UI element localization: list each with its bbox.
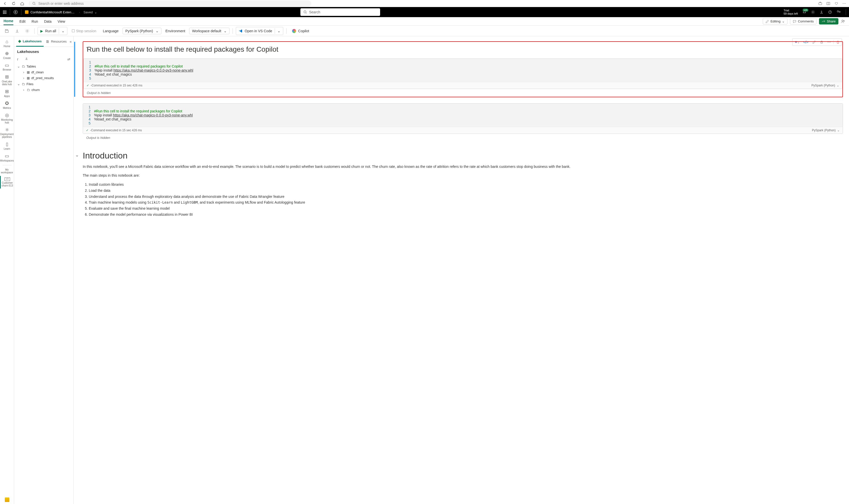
rail-metrics[interactable]: ✪Metrics [0, 100, 14, 111]
collapse-cell-icon[interactable]: ⌄ [85, 44, 89, 49]
settings-icon[interactable] [811, 10, 815, 14]
rail-browse[interactable]: ▭Browse [0, 61, 14, 73]
copilot-button[interactable]: Copilot [290, 29, 312, 33]
table-icon: ▦ [27, 76, 30, 80]
svg-text:?: ? [829, 11, 831, 13]
play-icon: ▶ [40, 29, 43, 33]
global-search[interactable]: Search [300, 8, 380, 16]
svg-point-0 [33, 2, 35, 4]
breadcrumb[interactable]: Confidential\Microsoft Extend… [25, 10, 75, 14]
tab-home[interactable]: Home [3, 17, 13, 25]
svg-point-8 [837, 11, 839, 12]
output-hidden[interactable]: Output is hidden [83, 89, 843, 97]
extension-icon[interactable] [818, 1, 822, 5]
save-icon[interactable] [2, 28, 11, 35]
split-icon[interactable] [826, 1, 830, 5]
svg-point-10 [842, 20, 843, 21]
tab-edit[interactable]: Edit [19, 18, 25, 25]
notifications-icon[interactable]: 125 [802, 10, 807, 14]
download-icon[interactable] [819, 10, 824, 14]
chevron-down-icon: ⌄ [94, 10, 97, 14]
rail-monitoring[interactable]: ◎Monitoring hub [0, 111, 14, 126]
browser-search[interactable]: Search or enter web address [29, 0, 311, 6]
help-icon[interactable]: ? [828, 10, 832, 14]
rail-my-workspace[interactable]: My workspace [0, 167, 14, 175]
rail-create[interactable]: ⊕Create [0, 50, 14, 61]
explorer-tab-lakehouses[interactable]: ◈ Lakehouses [16, 36, 44, 47]
intro-p2: The main steps in this notebook are: [83, 173, 838, 178]
folder-icon: 🗀 [27, 88, 30, 92]
workspace-icon[interactable]: C [14, 10, 18, 14]
shield-icon [25, 10, 29, 14]
filter-text[interactable]: r [17, 57, 22, 61]
editing-mode-button[interactable]: Editing ⌄ [763, 18, 788, 24]
lakehouse-icon: ◈ [18, 39, 21, 43]
powerbi-icon[interactable] [5, 498, 9, 502]
tab-view[interactable]: View [57, 18, 65, 25]
browser-refresh[interactable] [12, 1, 16, 5]
rail-onelake[interactable]: ⊞OneLake data hub [0, 73, 14, 87]
collapse-cell-icon[interactable]: ⌄ [75, 152, 79, 158]
chevron-down-icon[interactable]: ⌄ [62, 29, 65, 33]
browser-back[interactable] [3, 1, 7, 5]
tab-run[interactable]: Run [32, 18, 38, 25]
tree-table-dfpred[interactable]: ▦ df_pred_results [15, 75, 72, 81]
stop-session-button[interactable]: Stop session [69, 29, 99, 33]
intro-steps: Install custom libraries Load the data U… [83, 182, 838, 218]
intro-title: Introduction [83, 151, 838, 161]
trial-status: Trial: 59 days left [784, 9, 798, 15]
chevron-down-icon[interactable]: ⌄ [277, 29, 280, 33]
language-label: Language [101, 29, 121, 33]
comments-button[interactable]: Comments [790, 18, 816, 24]
open-vscode-button[interactable]: Open in VS Code ⌄ [236, 27, 283, 35]
svg-point-5 [812, 12, 813, 13]
heart-icon[interactable] [834, 1, 838, 5]
intro-p1: In this notebook, you'll see a Microsoft… [83, 164, 838, 169]
file-icon: 🗎 [46, 39, 49, 43]
svg-point-9 [839, 11, 841, 13]
chevron-down-icon: ⌄ [224, 29, 227, 33]
cell-language-dropdown[interactable]: PySpark (Python) ⌄ [812, 128, 840, 132]
pin-icon[interactable] [25, 57, 28, 61]
download-notebook-icon[interactable] [13, 28, 21, 34]
output-hidden[interactable]: Output is hidden [83, 134, 843, 142]
gear-icon[interactable] [23, 28, 31, 34]
chevron-down-icon: ⌄ [837, 128, 840, 132]
explorer-header: Lakehouses [14, 47, 73, 56]
rail-deployment[interactable]: ⚛Deployment pipelines [0, 126, 14, 140]
tree-table-dfclean[interactable]: ▦ df_clean [15, 69, 72, 75]
chevron-down-icon: ⌄ [837, 84, 839, 87]
rail-home[interactable]: ⌂Home [0, 38, 14, 49]
tree-folder-churn[interactable]: 🗀 churn [15, 87, 72, 93]
collapse-panel-icon[interactable]: « [69, 39, 73, 44]
tree-tables[interactable]: 🗀 Tables [15, 63, 72, 69]
rail-apps[interactable]: ⊞Apps [0, 88, 14, 99]
svg-point-12 [27, 31, 28, 32]
people-icon[interactable] [841, 19, 846, 23]
rail-learn[interactable]: ▯Learn [0, 140, 14, 152]
svg-point-11 [844, 20, 845, 21]
browser-home-icon[interactable] [20, 1, 24, 5]
code-cell[interactable]: 1 2#Run this cell to install the require… [83, 103, 843, 134]
cell-language-dropdown[interactable]: PySpark (Python) ⌄ [811, 84, 839, 87]
rail-workspaces[interactable]: ▭Workspaces [0, 152, 14, 164]
app-launcher-icon[interactable] [3, 11, 6, 14]
more-icon[interactable]: ⋯ [843, 1, 846, 5]
copilot-icon [292, 29, 296, 33]
exec-status: -Command executed in 15 sec 426 ms [90, 128, 142, 132]
saved-status[interactable]: Saved ⌄ [84, 10, 97, 14]
language-dropdown[interactable]: PySpark (Python) ⌄ [123, 28, 161, 34]
svg-point-4 [304, 11, 306, 13]
breadcrumb-text: Confidential\Microsoft Extend… [31, 10, 75, 14]
browser-search-placeholder: Search or enter web address [38, 1, 84, 5]
rail-active-notebook[interactable]: </> Customer churn-513 [0, 176, 14, 188]
run-all-button[interactable]: ▶ Run all ⌄ [38, 27, 67, 35]
tab-data[interactable]: Data [44, 18, 52, 25]
explorer-tab-resources[interactable]: 🗎 Resources [44, 37, 69, 46]
swap-icon[interactable]: ⇄ [67, 57, 70, 61]
tree-files[interactable]: 🗀 Files [15, 81, 72, 87]
code-cell[interactable]: 1 2#Run this cell to install the require… [83, 58, 843, 89]
share-button[interactable]: Share [819, 18, 838, 24]
feedback-icon[interactable] [837, 10, 841, 14]
environment-dropdown[interactable]: Workspace default ⌄ [189, 28, 229, 34]
